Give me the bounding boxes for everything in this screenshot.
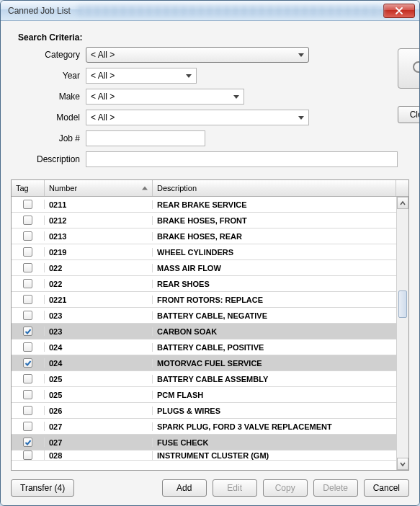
cell-description: WHEEL CYLINDERS <box>153 248 396 257</box>
description-input[interactable] <box>86 151 398 167</box>
vertical-scrollbar[interactable] <box>396 197 408 470</box>
delete-button[interactable]: Delete <box>313 479 358 497</box>
table-row[interactable]: 022MASS AIR FLOW <box>12 260 396 276</box>
tag-checkbox[interactable] <box>23 358 32 368</box>
tag-checkbox[interactable] <box>23 231 32 241</box>
col-number[interactable]: Number <box>45 180 153 196</box>
table-row[interactable]: 027SPARK PLUG, FORD 3 VALVE REPLACEMENT <box>12 419 396 435</box>
table-row[interactable]: 027FUSE CHECK <box>12 435 396 450</box>
col-tag[interactable]: Tag <box>12 180 45 196</box>
clear-button[interactable]: Clear <box>398 106 419 123</box>
tag-checkbox[interactable] <box>23 327 32 336</box>
table-row[interactable]: 025PCM FLASH <box>12 387 396 403</box>
magnifier-icon <box>411 59 419 78</box>
col-scroll-gutter <box>396 180 408 196</box>
cell-tag <box>12 200 45 209</box>
scroll-thumb[interactable] <box>398 290 407 318</box>
scroll-up-button[interactable] <box>397 197 408 209</box>
tag-checkbox[interactable] <box>23 295 32 304</box>
titlebar: Canned Job List <box>1 1 419 21</box>
cell-tag <box>12 450 45 460</box>
cell-description: CARBON SOAK <box>153 327 396 336</box>
model-dropdown[interactable]: < All > <box>86 110 309 125</box>
tag-checkbox[interactable] <box>23 311 32 320</box>
cell-number: 0213 <box>45 232 153 241</box>
cell-description: BRAKE HOSES, FRONT <box>153 216 396 225</box>
jobnum-input[interactable] <box>86 130 205 146</box>
cell-description: INSTRUMENT CLUSTER (GM) <box>153 451 396 460</box>
svg-point-0 <box>414 62 419 72</box>
category-value: < All > <box>91 50 115 60</box>
table-row[interactable]: 0212BRAKE HOSES, FRONT <box>12 213 396 228</box>
table-row[interactable]: 022REAR SHOES <box>12 276 396 292</box>
form-fields: Category < All > Year < All > Make < All… <box>11 47 398 172</box>
tag-checkbox[interactable] <box>23 438 32 447</box>
cell-number: 0219 <box>45 248 153 257</box>
chevron-down-icon <box>400 461 406 467</box>
checkmark-icon <box>24 439 32 446</box>
cancel-button[interactable]: Cancel <box>364 479 409 497</box>
tag-checkbox[interactable] <box>23 374 32 383</box>
model-label: Model <box>11 112 86 123</box>
cell-description: PLUGS & WIRES <box>153 407 396 415</box>
table-row[interactable]: 026PLUGS & WIRES <box>12 403 396 419</box>
cell-description: REAR BRAKE SERVICE <box>153 200 396 209</box>
category-dropdown[interactable]: < All > <box>86 47 309 63</box>
year-label: Year <box>11 71 86 81</box>
table-row[interactable]: 023BATTERY CABLE, NEGATIVE <box>12 308 396 324</box>
window: Canned Job List Search Criteria: Categor… <box>0 0 420 506</box>
table-row[interactable]: 0219WHEEL CYLINDERS <box>12 244 396 260</box>
tag-checkbox[interactable] <box>23 200 32 209</box>
cell-tag <box>12 390 45 399</box>
table-row[interactable]: 028INSTRUMENT CLUSTER (GM) <box>12 450 396 461</box>
edit-button[interactable]: Edit <box>213 479 257 497</box>
year-dropdown[interactable]: < All > <box>86 68 197 84</box>
jobnum-label: Job # <box>11 133 86 143</box>
table-row[interactable]: 0211REAR BRAKE SERVICE <box>12 197 396 213</box>
table-row[interactable]: 024MOTORVAC FUEL SERVICE <box>12 355 396 371</box>
table-row[interactable]: 0213BRAKE HOSES, REAR <box>12 228 396 244</box>
cell-description: MOTORVAC FUEL SERVICE <box>153 359 396 368</box>
tag-checkbox[interactable] <box>23 422 32 431</box>
cell-number: 024 <box>45 343 153 352</box>
cell-number: 022 <box>45 264 153 272</box>
cell-description: SPARK PLUG, FORD 3 VALVE REPLACEMENT <box>153 422 396 431</box>
table-row[interactable]: 024BATTERY CABLE, POSITIVE <box>12 339 396 355</box>
make-label: Make <box>11 92 86 102</box>
search-button[interactable] <box>398 48 419 89</box>
table-row[interactable]: 025BATTERY CABLE ASSEMBLY <box>12 371 396 387</box>
tag-checkbox[interactable] <box>23 216 32 225</box>
scroll-down-button[interactable] <box>397 458 408 470</box>
cell-number: 023 <box>45 327 153 336</box>
cell-number: 022 <box>45 280 153 288</box>
year-value: < All > <box>91 71 115 81</box>
cell-tag <box>12 358 45 368</box>
add-button[interactable]: Add <box>162 479 207 497</box>
tag-checkbox[interactable] <box>23 450 32 460</box>
copy-button[interactable]: Copy <box>263 479 308 497</box>
close-button[interactable] <box>383 4 415 18</box>
tag-checkbox[interactable] <box>23 390 32 399</box>
tag-checkbox[interactable] <box>23 247 32 257</box>
grid-rows: 0211REAR BRAKE SERVICE0212BRAKE HOSES, F… <box>12 197 396 470</box>
cell-tag <box>12 295 45 304</box>
form-side-buttons: Clear <box>398 47 419 172</box>
search-form: Category < All > Year < All > Make < All… <box>11 47 409 172</box>
col-description[interactable]: Description <box>153 180 396 196</box>
cell-description: FRONT ROTORS: REPLACE <box>153 296 396 304</box>
category-label: Category <box>11 50 86 60</box>
cell-tag <box>12 231 45 241</box>
tag-checkbox[interactable] <box>23 279 32 288</box>
cell-number: 027 <box>45 422 153 431</box>
tag-checkbox[interactable] <box>23 263 32 272</box>
tag-checkbox[interactable] <box>23 406 32 415</box>
content-area: Search Criteria: Category < All > Year <… <box>1 21 419 505</box>
make-dropdown[interactable]: < All > <box>86 89 244 105</box>
cell-tag <box>12 374 45 383</box>
cell-tag <box>12 406 45 415</box>
table-row[interactable]: 0221FRONT ROTORS: REPLACE <box>12 292 396 308</box>
transfer-button[interactable]: Transfer (4) <box>11 479 74 497</box>
close-icon <box>396 7 403 14</box>
tag-checkbox[interactable] <box>23 342 32 352</box>
table-row[interactable]: 023CARBON SOAK <box>12 324 396 339</box>
